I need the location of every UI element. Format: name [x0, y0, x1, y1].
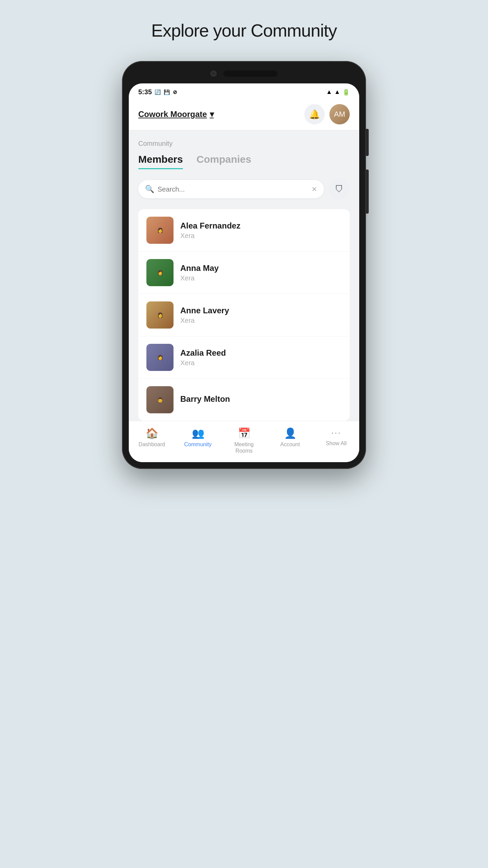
member-avatar: 👩	[146, 344, 174, 371]
member-avatar: 👨	[146, 386, 174, 413]
member-company: Xera	[180, 317, 342, 324]
search-row: 🔍 ✕ ⛉	[138, 179, 350, 200]
member-avatar: 👩	[146, 217, 174, 244]
avatar-image: 👩	[146, 301, 174, 329]
tabs-row: Members Companies	[138, 154, 350, 169]
community-icon: 👥	[192, 427, 204, 439]
member-info: Barry Melton	[180, 394, 342, 405]
tab-members[interactable]: Members	[138, 154, 183, 169]
workspace-selector[interactable]: Cowork Moorgate ▾	[138, 110, 214, 119]
member-name: Anne Lavery	[180, 306, 342, 315]
app-header: Cowork Moorgate ▾ 🔔 AM	[129, 99, 359, 130]
member-info: Azalia Reed Xera	[180, 348, 342, 367]
members-list: 👩 Alea Fernandez Xera 👩	[138, 209, 350, 421]
nav-meeting-rooms[interactable]: 📅 MeetingRooms	[221, 427, 267, 454]
filter-icon: ⛉	[335, 184, 344, 195]
avatar-image: 👨	[146, 386, 174, 413]
avatar-image: 👩	[146, 259, 174, 286]
notifications-button[interactable]: 🔔	[304, 104, 325, 124]
tab-companies[interactable]: Companies	[197, 154, 251, 169]
nav-account[interactable]: 👤 Account	[267, 427, 313, 454]
nav-community-label: Community	[184, 441, 212, 448]
member-item[interactable]: 👨 Barry Melton	[138, 379, 350, 421]
member-item[interactable]: 👩 Azalia Reed Xera	[138, 336, 350, 379]
phone-screen: 5:35 🔄 💾 ⊘ ▲ ▲ 🔋 Cowork Moorgate ▾ 🔔	[129, 83, 359, 462]
member-item[interactable]: 👩 Anna May Xera	[138, 252, 350, 294]
wifi-icon: ▲	[326, 88, 332, 96]
content-area: Community Members Companies 🔍 ✕ ⛉	[129, 130, 359, 421]
phone-frame: 5:35 🔄 💾 ⊘ ▲ ▲ 🔋 Cowork Moorgate ▾ 🔔	[122, 61, 366, 469]
member-name: Alea Fernandez	[180, 221, 342, 231]
dnd-icon: ⊘	[173, 89, 177, 95]
member-name: Anna May	[180, 263, 342, 273]
nav-dashboard[interactable]: 🏠 Dashboard	[129, 427, 175, 454]
member-info: Alea Fernandez Xera	[180, 221, 342, 240]
avatar-image: 👩	[146, 217, 174, 244]
nav-account-label: Account	[280, 441, 300, 448]
member-avatar: 👩	[146, 301, 174, 329]
member-company: Xera	[180, 232, 342, 240]
nav-show-all-label: Show All	[326, 440, 346, 447]
member-info: Anna May Xera	[180, 263, 342, 282]
search-input[interactable]	[158, 185, 308, 193]
header-actions: 🔔 AM	[304, 104, 350, 124]
nav-community[interactable]: 👥 Community	[175, 427, 221, 454]
user-avatar-button[interactable]: AM	[329, 104, 350, 124]
status-time: 5:35	[138, 88, 152, 96]
storage-icon: 💾	[164, 89, 170, 95]
show-all-icon: ···	[331, 427, 341, 438]
clear-search-button[interactable]: ✕	[311, 185, 317, 193]
dropdown-icon: ▾	[210, 110, 214, 119]
avatar-image: 👩	[146, 344, 174, 371]
member-item[interactable]: 👩 Anne Lavery Xera	[138, 294, 350, 336]
phone-speaker	[223, 71, 278, 77]
workspace-name-text: Cowork Moorgate	[138, 110, 207, 119]
account-icon: 👤	[284, 427, 297, 439]
phone-top-bar	[129, 68, 359, 79]
avatar-initials: AM	[334, 110, 345, 119]
section-label: Community	[138, 140, 350, 147]
member-item[interactable]: 👩 Alea Fernandez Xera	[138, 209, 350, 252]
phone-camera	[210, 71, 217, 77]
page-title: Explore your Community	[151, 20, 337, 41]
nav-meeting-rooms-label: MeetingRooms	[235, 441, 254, 454]
signal-icon: ▲	[334, 88, 340, 96]
member-name: Azalia Reed	[180, 348, 342, 358]
filter-button[interactable]: ⛉	[329, 179, 350, 200]
member-name: Barry Melton	[180, 394, 342, 404]
search-icon: 🔍	[145, 185, 154, 194]
user-avatar: AM	[329, 104, 350, 124]
bottom-nav: 🏠 Dashboard 👥 Community 📅 MeetingRooms 👤…	[129, 421, 359, 462]
nav-show-all[interactable]: ··· Show All	[313, 427, 359, 454]
meeting-rooms-icon: 📅	[238, 427, 250, 439]
battery-icon: 🔋	[342, 88, 350, 96]
member-company: Xera	[180, 359, 342, 367]
sync-icon: 🔄	[155, 89, 161, 95]
bell-icon: 🔔	[309, 109, 320, 120]
search-box: 🔍 ✕	[138, 180, 324, 198]
member-company: Xera	[180, 274, 342, 282]
member-avatar: 👩	[146, 259, 174, 286]
nav-dashboard-label: Dashboard	[139, 441, 165, 448]
member-info: Anne Lavery Xera	[180, 306, 342, 324]
status-bar: 5:35 🔄 💾 ⊘ ▲ ▲ 🔋	[129, 83, 359, 99]
dashboard-icon: 🏠	[146, 427, 158, 439]
